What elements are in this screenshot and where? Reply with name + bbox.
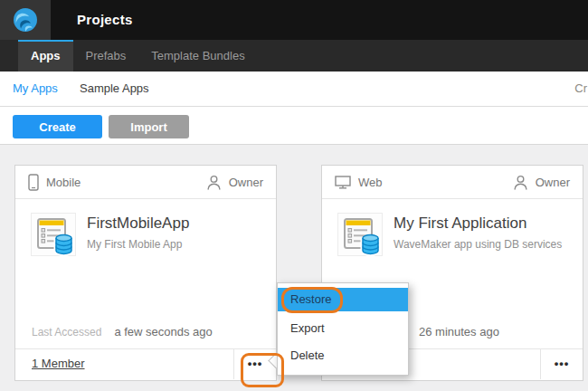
card-menu-dots-button[interactable]: •••	[233, 349, 276, 379]
platform-label: Web	[358, 176, 383, 189]
create-button[interactable]: Create	[13, 115, 102, 138]
app-icon[interactable]	[337, 213, 383, 256]
menu-item-restore[interactable]: Restore	[278, 288, 408, 311]
app-name[interactable]: FirstMobileApp	[87, 215, 189, 233]
app-header: Projects	[0, 0, 588, 40]
app-description: My First Mobile App	[87, 238, 182, 251]
app-icon[interactable]	[31, 213, 76, 256]
tab-prefabs[interactable]: Prefabs	[73, 40, 139, 72]
tab-template-bundles[interactable]: Template Bundles	[138, 40, 257, 72]
apps-subnav: My Apps Sample Apps Cr	[0, 72, 588, 107]
wavemaker-logo-icon	[13, 7, 38, 33]
person-icon	[513, 175, 528, 190]
subnav-my-apps[interactable]: My Apps	[13, 72, 58, 106]
import-button[interactable]: Import	[109, 115, 189, 138]
card-header: Mobile Owner	[15, 166, 276, 199]
tab-apps[interactable]: Apps	[18, 40, 73, 72]
database-icon	[56, 235, 71, 254]
app-card-firstmobileapp: Mobile Owner	[14, 165, 277, 381]
card-header: Web Owner	[322, 166, 583, 199]
last-accessed-value: a few seconds ago	[114, 325, 212, 339]
projects-page: Projects Apps Prefabs Template Bundles M…	[0, 0, 588, 391]
toolbar: Create Import	[0, 107, 588, 145]
app-description: WaveMaker app using DB services	[394, 238, 562, 251]
wavemaker-logo[interactable]	[0, 0, 51, 40]
platform-label: Mobile	[46, 176, 81, 189]
mobile-phone-icon	[28, 174, 39, 191]
database-icon	[363, 235, 378, 254]
menu-item-delete[interactable]: Delete	[278, 342, 408, 369]
card-context-menu: Restore Export Delete	[277, 282, 409, 376]
role-label: Owner	[536, 176, 570, 189]
last-accessed-row: Last Accesseda few seconds ago	[32, 325, 213, 339]
page-title: Projects	[77, 0, 133, 40]
card-footer: 1 Member •••	[15, 348, 276, 380]
web-monitor-icon	[335, 176, 351, 189]
subnav-sample-apps[interactable]: Sample Apps	[80, 72, 149, 106]
last-accessed-label: Last Accessed	[32, 326, 101, 339]
last-accessed-value: 26 minutes ago	[419, 325, 499, 339]
app-name[interactable]: My First Application	[394, 215, 526, 233]
card-menu-dots-button[interactable]: •••	[540, 349, 583, 379]
role-label: Owner	[229, 176, 263, 189]
main-tabs: Apps Prefabs Template Bundles	[0, 40, 588, 72]
person-icon	[206, 175, 222, 190]
members-link[interactable]: 1 Member	[32, 349, 85, 378]
subnav-right-clipped-text[interactable]: Cr	[574, 72, 587, 106]
menu-item-export[interactable]: Export	[278, 315, 408, 342]
